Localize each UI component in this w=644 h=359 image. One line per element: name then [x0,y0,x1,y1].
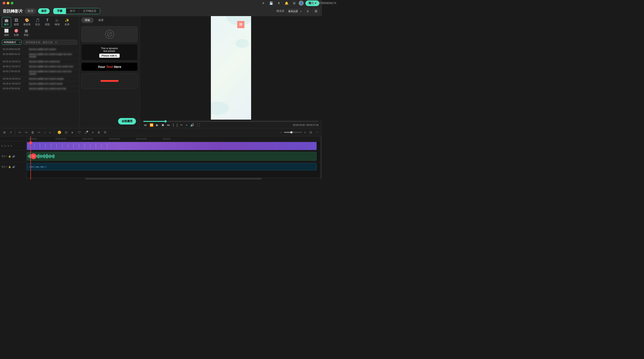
template-card-yourtext[interactable]: Your Text Here [81,62,138,71]
add-track-overlay-button[interactable]: ⊕ [7,144,10,147]
avatar[interactable]: 👤 [299,1,304,6]
skip-forward-button[interactable]: ⏭ [166,123,170,127]
mark-in-button[interactable]: { [172,123,174,127]
mic-button[interactable]: 🎤 [83,130,90,135]
tab-transition[interactable]: ▷ 轉場 [52,17,62,27]
tab-effects[interactable]: ✨ 效果 [62,17,72,27]
stop-button[interactable]: ⏹ [161,123,165,127]
card-empty-content [82,26,138,42]
maximize-btn[interactable] [11,2,14,4]
progress-bar[interactable] [143,121,318,122]
card-dynamic-content: This is dynamictext preset. Please edit … [82,44,138,60]
add-split-button[interactable]: ⊘ [10,144,12,147]
mode-dropdown[interactable]: 時間碼模式 文字模式 [2,40,22,45]
timeline-scrollbar[interactable] [27,178,320,180]
tab-templates[interactable]: ▦ 模板 [22,28,31,38]
cancel-button[interactable]: 取消 [24,8,36,14]
share-icon[interactable]: ✈ [261,1,266,5]
more-options-button[interactable]: ⋯ [314,130,320,135]
audio-icon: 🎵 [35,18,40,22]
tab-media[interactable]: 🖼 媒體 [12,18,21,27]
transcript-row[interactable]: 00:00:0000:00:08 blurred subtitle text c… [0,47,79,52]
audio1-volume-button[interactable]: 🔊 [12,155,15,158]
audio2-lock-button[interactable]: 🔒 [8,166,11,168]
filters-icon: ⬜ [4,28,9,33]
upload-icon[interactable]: ⬆ [276,1,282,5]
transcript-row[interactable]: 00:00:4700:00:54 blurred subtitle text c… [0,86,79,91]
zoom-out-button[interactable]: − [278,130,283,135]
transcript-row[interactable]: 00:00:16 00:00:21 blurred subtitle text … [0,59,79,64]
title-icon: T [46,18,48,22]
more-button[interactable]: » [48,130,52,135]
audio1-clip[interactable]: ✂ [27,152,317,161]
tab-stickers[interactable]: 🎯 貼圖 [12,28,21,38]
template-card-redbar[interactable] [81,73,138,89]
split-button[interactable]: ✂ [180,123,183,127]
group-button[interactable]: ⊞ [2,130,7,135]
skip-back-button[interactable]: ⏮ [143,123,147,127]
quality-dropdown[interactable]: 最高品質 高品質 [286,9,303,14]
tab-video[interactable]: 影片 [66,8,79,14]
music-note-button[interactable]: ♪ [43,130,47,135]
template-card-empty[interactable] [81,26,138,42]
transcript-row[interactable]: 00:00:35 00:00:41 blurred subtitle text … [0,76,79,81]
tab-assets[interactable]: 🎨 素材庫 [22,17,32,27]
card-redbar-content [82,73,138,89]
select-button[interactable]: ↗ [8,130,14,135]
grid-view-button[interactable]: ⊞ [304,9,311,14]
shield-button[interactable]: 🛡 [76,130,82,135]
play-button[interactable]: ▶ [156,123,159,127]
save-cloud-icon[interactable]: 💾 [268,1,274,5]
undo-button[interactable]: ↩ [17,130,22,135]
tab-tts[interactable]: 文字轉語音 [80,8,100,14]
transcript-row[interactable]: 00:00:41 00:00:47 blurred subtitle text … [0,81,79,86]
ruler-mark-150: 00:02:30 [163,138,181,140]
fullscreen-button[interactable]: ⛶ [196,123,200,127]
screen-button[interactable]: 🖥 [96,130,102,135]
zoom-slider[interactable] [284,132,302,133]
tab-subtitle[interactable]: 字幕 [54,8,66,14]
subtab-basic[interactable]: 基礎 [94,18,107,23]
face-button[interactable]: 😊 [56,130,62,135]
crop-button[interactable]: ⊡ [64,130,69,135]
image-view-button[interactable]: 🖼 [312,9,319,14]
close-btn[interactable] [3,2,5,4]
audio2-volume-button[interactable]: 🔊 [12,166,15,168]
add-video-clip-button[interactable]: ⊞ [1,144,3,147]
step-back-button[interactable]: ⏪ [149,123,154,127]
audio1-lock-button[interactable]: 🔒 [8,155,11,158]
grid-icon[interactable]: ⊞ [292,1,297,5]
add-track-button[interactable]: + [185,123,188,127]
save-button[interactable]: 保存 [38,8,50,14]
tab-script[interactable]: 🤖 腳本 [2,17,11,27]
delete-button[interactable]: 🗑 [30,130,36,135]
vertical-scrollbar[interactable] [320,136,322,180]
template-card-dynamic[interactable]: This is dynamictext preset. Please edit … [81,44,138,60]
zoom-in-button[interactable]: + [303,130,307,135]
bell-icon[interactable]: 🔔 [283,1,290,5]
transcript-row[interactable]: 00:00:0800:00:16 blurred subtitle text c… [0,52,79,59]
minimize-btn[interactable] [7,2,10,4]
tab-title[interactable]: T 標題 [43,18,52,27]
transcript-row[interactable]: 00:00:21 00:00:27 blurred subtitle text … [0,64,79,69]
redo-button[interactable]: ↪ [24,130,29,135]
pip-button[interactable]: ⧉ [103,130,108,135]
grid-view-tl-button[interactable]: ⊟ [308,130,314,135]
subtab-template[interactable]: 模板 [81,18,94,23]
tab-filters[interactable]: ⬜ 濾鏡 [2,28,11,38]
search-input[interactable] [23,40,77,45]
quality-selector[interactable]: 最高品質 高品質 [286,9,303,14]
scissors-button[interactable]: ✂ [36,130,42,135]
tab-audio[interactable]: 🎵 音訊 [33,17,42,27]
transcript-row[interactable]: 00:00:2700:00:35 blurred subtitle text c… [0,69,79,76]
dynamic-edit-button[interactable]: Please edit it. [99,54,120,58]
video-clip[interactable] [27,142,317,150]
volume-button[interactable]: 🔊 [190,123,194,127]
mark-out-button[interactable]: } [176,123,178,127]
mode-dropdown-wrap[interactable]: 時間碼模式 文字模式 [2,40,22,45]
filter-layers-button[interactable]: ≡ [90,130,95,135]
audio2-clip[interactable]: ♪ atv1_aigc_bgm_1 [27,163,317,170]
add-subtitle-button[interactable]: ⊟ [4,144,6,147]
playback-button[interactable]: ⏵ [70,130,76,135]
apply-all-button[interactable]: 全部應用 [118,118,136,124]
